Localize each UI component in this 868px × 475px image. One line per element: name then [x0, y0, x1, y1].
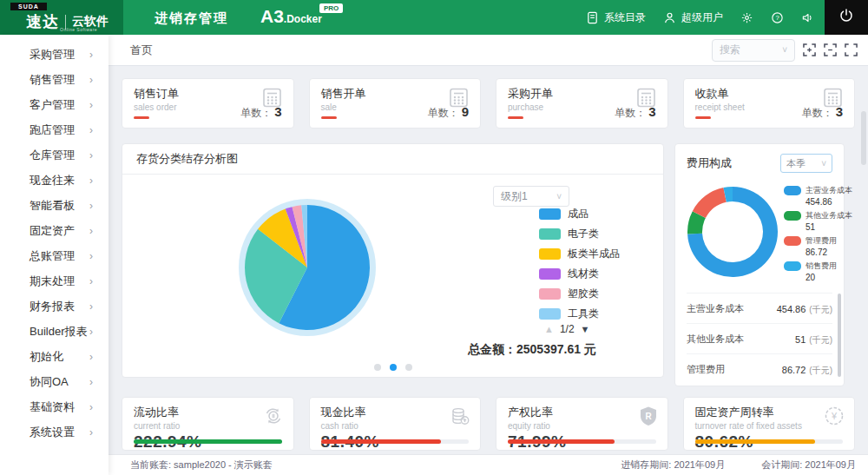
legend-value: 454.86 — [806, 197, 852, 207]
legend-swatch — [539, 228, 561, 240]
stat-card-sales-invoice[interactable]: 销售开单 sale 单数：9 — [309, 78, 482, 129]
sidebar-item-base-data[interactable]: 基础资料› — [0, 394, 108, 419]
sidebar-item-fixed-assets[interactable]: 固定资产› — [0, 218, 108, 243]
user-menu[interactable]: 超级用户 — [663, 10, 723, 25]
legend-swatch — [539, 268, 561, 280]
legend-item[interactable]: 主营业务成本454.86 — [784, 185, 852, 207]
announcement-menu[interactable] — [801, 11, 814, 24]
logout-button[interactable] — [825, 0, 868, 35]
sidebar-item-warehouse[interactable]: 仓库管理› — [0, 142, 108, 168]
sidebar-item-general-ledger[interactable]: 总账管理› — [0, 243, 108, 268]
gear-icon — [740, 11, 753, 24]
count-value: 9 — [462, 104, 469, 119]
pager-up-icon[interactable]: ▲ — [544, 324, 554, 334]
ratio-card-current[interactable]: 流动比率 current ratio 222.94% — [122, 397, 294, 451]
status-bar: 当前账套: sample2020 - 演示账套 进销存期间: 2021年09月 … — [108, 454, 868, 475]
settings-menu[interactable] — [740, 11, 753, 24]
logo-caption: Online Software — [60, 27, 97, 32]
power-icon — [838, 8, 854, 27]
sidebar-item-builder-reports[interactable]: Builder报表› — [0, 319, 108, 344]
legend-value: 20 — [806, 273, 852, 282]
ratio-progress-track — [321, 439, 470, 444]
system-catalog-menu[interactable]: 系统目录 — [586, 10, 646, 25]
ratio-progress-track — [134, 439, 282, 444]
app-header: SUDA 速达 云软件 Online Software 进销存管理 A3.Doc… — [0, 0, 868, 35]
expense-list: 主营业务成本 454.86(千元) 其他业务成本 51(千元) 管理费用 86.… — [687, 293, 832, 384]
inventory-pie-chart[interactable] — [225, 185, 390, 350]
donut-legend: 主营业务成本454.86其他业务成本51管理费用86.72销售费用20 — [784, 185, 852, 286]
legend-item[interactable]: 电子类 — [539, 227, 620, 241]
ratio-card-equity[interactable]: 产权比率 equity ratio 71.99% R — [496, 397, 668, 451]
legend-item[interactable]: 管理费用86.72 — [784, 235, 852, 257]
ratio-progress-fill — [695, 439, 815, 444]
sidebar-item-store-visit[interactable]: 跑店管理› — [0, 117, 108, 142]
brand-block: SUDA 速达 云软件 Online Software — [0, 0, 123, 35]
search-placeholder: 搜索 — [720, 43, 740, 57]
pager-down-icon[interactable]: ▼ — [581, 324, 590, 334]
legend-item[interactable]: 成品 — [539, 207, 620, 221]
chevron-down-icon: ˅ — [821, 159, 826, 168]
expense-panel-title: 费用构成 — [687, 155, 732, 171]
stat-card-sales-order[interactable]: 销售订单 sales order 单数：3 — [122, 78, 294, 129]
carousel-dot[interactable] — [374, 364, 381, 371]
sidebar-item-financial-reports[interactable]: 财务报表› — [0, 294, 108, 319]
stat-card-title: 销售订单 — [134, 86, 282, 102]
sidebar-item-system-settings[interactable]: 系统设置› — [0, 419, 108, 445]
stat-card-title: 收款单 — [695, 86, 844, 102]
expense-row: 主营业务成本 454.86(千元) — [687, 293, 832, 323]
chevron-right-icon: › — [89, 74, 93, 86]
sidebar-item-dashboard[interactable]: 智能看板› — [0, 193, 108, 218]
count-value: 3 — [274, 104, 281, 119]
carousel-dot[interactable] — [405, 364, 412, 371]
chevron-right-icon: › — [89, 175, 93, 187]
search-select[interactable]: 搜索 ˅ — [712, 39, 795, 62]
zoom-out-icon[interactable] — [824, 43, 837, 56]
expense-donut-chart[interactable] — [687, 183, 779, 280]
stat-card-title: 销售开单 — [321, 86, 470, 102]
stat-card-purchase[interactable]: 采购开单 purchase 单数：3 — [496, 78, 668, 129]
chart-slice[interactable] — [693, 188, 727, 218]
expense-unit: (千元) — [809, 305, 832, 314]
help-menu[interactable]: ? — [771, 11, 784, 24]
expense-unit: (千元) — [809, 366, 832, 375]
sidebar-label: 协同OA — [30, 374, 69, 390]
sidebar-item-oa[interactable]: 协同OA› — [0, 369, 108, 394]
page-scrollbar[interactable] — [861, 111, 866, 165]
expense-value: 86.72 — [782, 365, 806, 375]
count-label: 单数： — [428, 107, 459, 119]
suda-badge: SUDA — [10, 3, 47, 10]
tab-home[interactable]: 首页 — [130, 43, 153, 58]
chevron-right-icon: › — [89, 149, 93, 162]
level-select[interactable]: 级别1 ˅ — [493, 186, 569, 207]
period-select[interactable]: 本季 ˅ — [780, 154, 832, 173]
count-value: 3 — [648, 104, 655, 119]
sidebar-item-sales[interactable]: 销售管理› — [0, 67, 108, 92]
legend-item[interactable]: 销售费用20 — [784, 261, 852, 282]
stat-card-receipt[interactable]: 收款单 receipt sheet 单数：3 — [683, 78, 856, 129]
sidebar-item-initialization[interactable]: 初始化› — [0, 344, 108, 369]
stat-card-title: 采购开单 — [508, 86, 656, 102]
sidebar-label: 总账管理 — [30, 248, 75, 264]
legend-label: 成品 — [568, 207, 589, 221]
product-suffix: .Docker — [284, 13, 322, 25]
sidebar-item-purchase[interactable]: 采购管理› — [0, 42, 108, 67]
fullscreen-icon[interactable] — [845, 43, 858, 56]
legend-label: 管理费用 — [806, 235, 837, 247]
accounting-period: 会计期间: 2021年09月 — [761, 459, 856, 472]
legend-item[interactable]: 线材类 — [539, 267, 620, 281]
legend-item[interactable]: 板类半成品 — [539, 247, 620, 261]
sidebar-item-cash[interactable]: 现金往来› — [0, 168, 108, 193]
count-label: 单数： — [802, 107, 833, 119]
ratio-card-cash[interactable]: 现金比率 cash ratio 81.40% — [309, 397, 482, 451]
legend-item[interactable]: 其他业务成本51 — [784, 210, 852, 232]
zoom-in-icon[interactable] — [803, 43, 816, 56]
sidebar-item-customer[interactable]: 客户管理› — [0, 92, 108, 117]
panel-scrollbar[interactable] — [838, 294, 841, 377]
total-unit: 元 — [584, 342, 596, 356]
sidebar-item-period-end[interactable]: 期末处理› — [0, 268, 108, 294]
legend-item[interactable]: 工具类 — [539, 307, 620, 321]
legend-item[interactable]: 塑胶类 — [539, 287, 620, 301]
expense-unit: (千元) — [809, 335, 832, 345]
ratio-card-fixed-assets[interactable]: 固定资产周转率 turnover rate of fixed assets 80… — [683, 397, 856, 451]
carousel-dot-active[interactable] — [390, 364, 397, 371]
